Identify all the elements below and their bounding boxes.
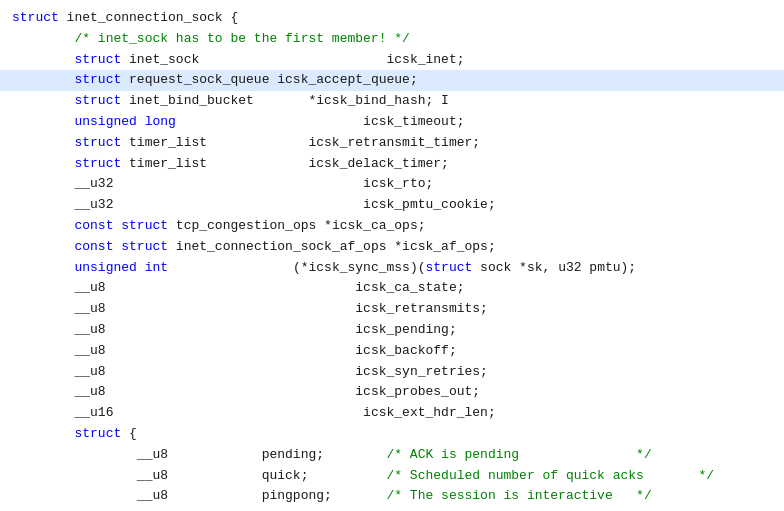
code-line: const struct tcp_congestion_ops *icsk_ca… (0, 216, 784, 237)
code-line: __u8 blocked; /* Delayed ACK was blocked… (0, 507, 784, 511)
code-line: __u8 icsk_retransmits; (0, 299, 784, 320)
code-block: struct inet_connection_sock { /* inet_so… (0, 0, 784, 511)
code-line: __u8 pingpong; /* The session is interac… (0, 486, 784, 507)
code-line: __u8 quick; /* Scheduled number of quick… (0, 466, 784, 487)
code-line: __u8 icsk_probes_out; (0, 382, 784, 403)
code-line: /* inet_sock has to be the first member!… (0, 29, 784, 50)
code-line: unsigned long icsk_timeout; (0, 112, 784, 133)
code-line: struct timer_list icsk_retransmit_timer; (0, 133, 784, 154)
code-line: struct inet_bind_bucket *icsk_bind_hash;… (0, 91, 784, 112)
code-line: __u32 icsk_rto; (0, 174, 784, 195)
code-line: __u8 pending; /* ACK is pending */ (0, 445, 784, 466)
code-line: __u8 icsk_ca_state; (0, 278, 784, 299)
code-line: __u8 icsk_backoff; (0, 341, 784, 362)
code-line: struct inet_sock icsk_inet; (0, 50, 784, 71)
code-line: unsigned int (*icsk_sync_mss)(struct soc… (0, 258, 784, 279)
code-line: __u8 icsk_syn_retries; (0, 362, 784, 383)
code-line: struct inet_connection_sock { (0, 8, 784, 29)
code-line: __u16 icsk_ext_hdr_len; (0, 403, 784, 424)
code-line: struct request_sock_queue icsk_accept_qu… (0, 70, 784, 91)
code-line: const struct inet_connection_sock_af_ops… (0, 237, 784, 258)
code-line: struct timer_list icsk_delack_timer; (0, 154, 784, 175)
code-line: __u32 icsk_pmtu_cookie; (0, 195, 784, 216)
code-line: struct { (0, 424, 784, 445)
code-line: __u8 icsk_pending; (0, 320, 784, 341)
